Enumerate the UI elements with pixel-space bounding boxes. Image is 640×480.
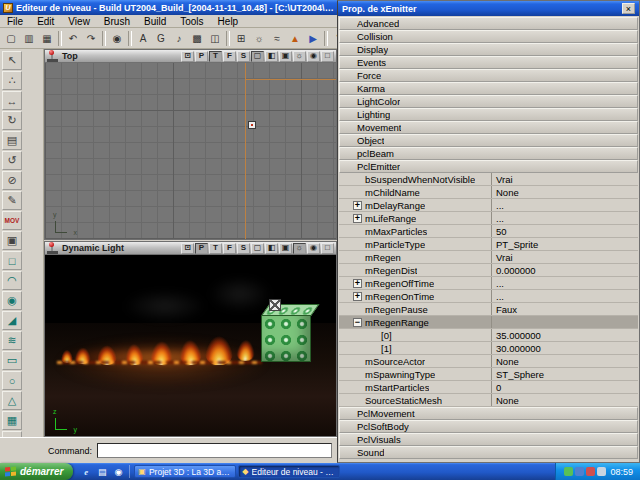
search-icon[interactable]: ◉ xyxy=(108,30,126,47)
cube-builder-icon[interactable]: □ xyxy=(2,251,22,270)
polygon-draw-icon[interactable]: ✎ xyxy=(2,191,22,210)
property-category[interactable]: PclSoftBody xyxy=(339,420,638,433)
front-view-icon[interactable]: F xyxy=(223,51,236,62)
property-row[interactable]: SourceStaticMesh None xyxy=(339,394,638,407)
property-value[interactable]: Vrai xyxy=(491,251,638,263)
property-value[interactable]: ... xyxy=(491,199,638,211)
depth-mode-icon[interactable]: ◉ xyxy=(307,243,320,254)
menu-item[interactable]: Build xyxy=(137,16,173,27)
property-value[interactable]: 30.000000 xyxy=(491,342,638,354)
property-category[interactable]: Object xyxy=(339,134,638,147)
property-value[interactable]: ... xyxy=(491,212,638,224)
property-value[interactable]: PT_Sprite xyxy=(491,238,638,250)
lit-mode-icon[interactable]: ☼ xyxy=(293,243,306,254)
property-row[interactable]: mSpawningType ST_Sphere xyxy=(339,368,638,381)
face-drag-icon[interactable]: ▣ xyxy=(2,231,22,250)
property-category[interactable]: Karma xyxy=(339,82,638,95)
build-geometry-icon[interactable]: ⊞ xyxy=(232,30,250,47)
perspective-view-icon[interactable]: P xyxy=(195,243,208,254)
tray-network-icon[interactable] xyxy=(597,467,606,476)
emitter-actor-icon[interactable] xyxy=(248,121,256,129)
menu-item[interactable]: Brush xyxy=(97,16,137,27)
property-value[interactable]: 0 xyxy=(491,381,638,393)
property-category[interactable]: LightColor xyxy=(339,95,638,108)
expand-toggle-icon[interactable]: + xyxy=(353,214,362,223)
start-button[interactable]: démarrer xyxy=(0,463,73,480)
zone-mode-icon[interactable]: ◧ xyxy=(265,243,278,254)
property-category[interactable]: Force xyxy=(339,69,638,82)
property-row[interactable]: [0] 35.000000 xyxy=(339,329,638,342)
emitter-cube[interactable] xyxy=(261,315,311,362)
property-category[interactable]: Movement xyxy=(339,121,638,134)
expand-toggle-icon[interactable]: + xyxy=(353,279,362,288)
menu-item[interactable]: Edit xyxy=(30,16,61,27)
new-icon[interactable]: ▢ xyxy=(2,30,20,47)
lock-icon[interactable]: ⊡ xyxy=(181,243,194,254)
property-row[interactable]: mParticleType PT_Sprite xyxy=(339,238,638,251)
cylinder-builder-icon[interactable]: ○ xyxy=(2,371,22,390)
menu-item[interactable]: Help xyxy=(211,16,246,27)
close-icon[interactable]: × xyxy=(622,3,635,14)
media-player-icon[interactable]: ◉ xyxy=(111,465,125,478)
music-browser-icon[interactable]: ♪ xyxy=(170,30,188,47)
property-value[interactable]: Vrai xyxy=(491,173,638,185)
property-category[interactable]: PclVisuals xyxy=(339,433,638,446)
task-button-editeur[interactable]: ◆ Editeur de niveau - B... xyxy=(238,465,340,478)
vertex-edit-icon[interactable]: ∴ xyxy=(2,71,22,90)
property-value[interactable]: 0.000000 xyxy=(491,264,638,276)
top-view-icon[interactable]: T xyxy=(209,51,222,62)
terrain-builder-icon[interactable]: ≋ xyxy=(2,331,22,350)
top-view-icon[interactable]: T xyxy=(209,243,222,254)
property-value[interactable]: ... xyxy=(491,277,638,289)
property-row[interactable]: mStartParticles 0 xyxy=(339,381,638,394)
wireframe-mode-icon[interactable]: ▢ xyxy=(251,243,264,254)
tray-status-icon[interactable] xyxy=(564,467,573,476)
emitter-sprite-icon[interactable] xyxy=(269,299,281,311)
scale-brush-icon[interactable]: ↔ xyxy=(2,91,22,110)
property-row[interactable]: mMaxParticles 50 xyxy=(339,225,638,238)
property-value[interactable]: None xyxy=(491,394,638,406)
property-row[interactable]: + mDelayRange ... xyxy=(339,199,638,212)
sheet-builder-icon[interactable]: ▭ xyxy=(2,351,22,370)
properties-titlebar[interactable]: Prop. de xEmitter × xyxy=(338,1,639,16)
tray-messenger-icon[interactable] xyxy=(586,467,595,476)
linear-stair-builder-icon[interactable]: ◢ xyxy=(2,311,22,330)
build-paths-icon[interactable]: ≈ xyxy=(268,30,286,47)
property-row[interactable]: bSuspendWhenNotVisible Vrai xyxy=(339,173,638,186)
curved-stair-builder-icon[interactable]: ◠ xyxy=(2,271,22,290)
spiral-stair-builder-icon[interactable]: ◉ xyxy=(2,291,22,310)
task-button-projet3d[interactable]: ▣ Projet 3D : La 3D acc... xyxy=(134,465,236,478)
tray-volume-icon[interactable] xyxy=(575,467,584,476)
property-value[interactable]: None xyxy=(491,355,638,367)
property-category[interactable]: Sound xyxy=(339,446,638,459)
expand-toggle-icon[interactable]: + xyxy=(353,292,362,301)
menu-item[interactable]: File xyxy=(0,16,30,27)
property-row[interactable]: − mRegenRange xyxy=(339,316,638,329)
show-desktop-icon[interactable]: ▤ xyxy=(95,465,109,478)
texture-mode-icon[interactable]: ▣ xyxy=(279,51,292,62)
redo-icon[interactable]: ↷ xyxy=(82,30,100,47)
top-viewport-canvas[interactable]: y x xyxy=(45,63,336,239)
property-category[interactable]: Lighting xyxy=(339,108,638,121)
side-view-icon[interactable]: S xyxy=(237,51,250,62)
property-category[interactable]: Advanced xyxy=(339,17,638,30)
property-value[interactable]: Faux xyxy=(491,303,638,315)
ie-quicklaunch-icon[interactable]: e xyxy=(79,465,93,478)
zone-mode-icon[interactable]: ◧ xyxy=(265,51,278,62)
texture-rotate-icon[interactable]: ↺ xyxy=(2,151,22,170)
open-icon[interactable]: ▥ xyxy=(20,30,38,47)
play-map-icon[interactable]: ▶ xyxy=(304,30,322,47)
realtime-joystick-icon[interactable] xyxy=(47,50,58,62)
property-row[interactable]: mRegen Vrai xyxy=(339,251,638,264)
group-browser-icon[interactable]: G xyxy=(152,30,170,47)
property-row[interactable]: mRegenPause Faux xyxy=(339,303,638,316)
menu-item[interactable]: View xyxy=(61,16,97,27)
property-value[interactable]: 35.000000 xyxy=(491,329,638,341)
lock-icon[interactable]: ⊡ xyxy=(181,51,194,62)
property-value[interactable]: None xyxy=(491,186,638,198)
menu-item[interactable]: Tools xyxy=(173,16,210,27)
build-lighting-icon[interactable]: ☼ xyxy=(250,30,268,47)
property-row[interactable]: + mLifeRange ... xyxy=(339,212,638,225)
maximize-viewport-icon[interactable]: □ xyxy=(321,51,334,62)
property-category[interactable]: Display xyxy=(339,43,638,56)
